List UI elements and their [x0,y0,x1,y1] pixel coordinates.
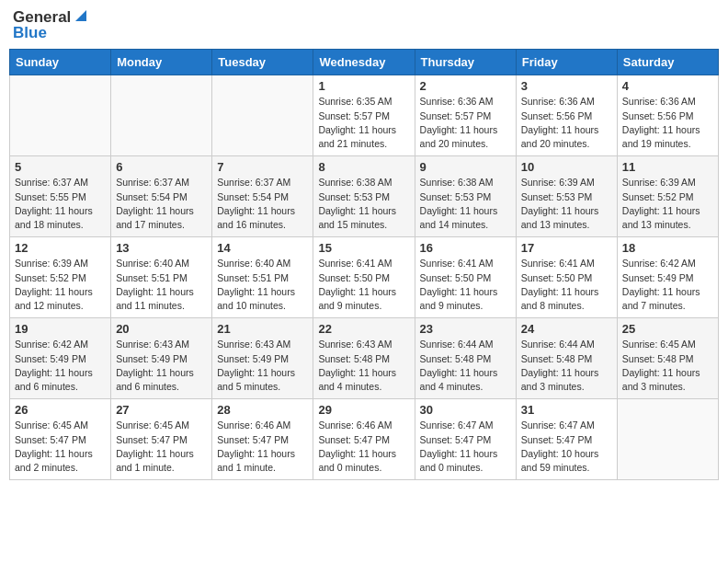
day-number: 26 [15,403,106,417]
calendar-cell: 5Sunrise: 6:37 AM Sunset: 5:55 PM Daylig… [10,156,111,237]
logo-blue: Blue [13,25,47,42]
calendar-cell: 15Sunrise: 6:41 AM Sunset: 5:50 PM Dayli… [313,237,415,318]
day-number: 10 [521,160,612,174]
day-info: Sunrise: 6:45 AM Sunset: 5:47 PM Dayligh… [15,419,106,475]
calendar-cell: 23Sunrise: 6:44 AM Sunset: 5:48 PM Dayli… [415,318,516,399]
calendar-cell: 22Sunrise: 6:43 AM Sunset: 5:48 PM Dayli… [313,318,415,399]
calendar-cell: 16Sunrise: 6:41 AM Sunset: 5:50 PM Dayli… [415,237,516,318]
day-info: Sunrise: 6:37 AM Sunset: 5:55 PM Dayligh… [15,176,106,232]
calendar-cell: 24Sunrise: 6:44 AM Sunset: 5:48 PM Dayli… [516,318,617,399]
calendar-cell: 19Sunrise: 6:42 AM Sunset: 5:49 PM Dayli… [10,318,111,399]
day-number: 15 [318,241,409,255]
calendar-week-1: 1Sunrise: 6:35 AM Sunset: 5:57 PM Daylig… [10,75,719,156]
calendar-cell [10,75,111,156]
day-number: 30 [420,403,511,417]
day-number: 13 [116,241,207,255]
day-info: Sunrise: 6:42 AM Sunset: 5:49 PM Dayligh… [622,257,713,313]
weekday-header-row: SundayMondayTuesdayWednesdayThursdayFrid… [10,50,719,75]
day-number: 11 [622,160,713,174]
calendar-cell: 18Sunrise: 6:42 AM Sunset: 5:49 PM Dayli… [617,237,718,318]
calendar-cell: 17Sunrise: 6:41 AM Sunset: 5:50 PM Dayli… [516,237,617,318]
calendar-cell [617,399,718,480]
day-info: Sunrise: 6:41 AM Sunset: 5:50 PM Dayligh… [420,257,511,313]
calendar-cell: 29Sunrise: 6:46 AM Sunset: 5:47 PM Dayli… [313,399,415,480]
day-info: Sunrise: 6:38 AM Sunset: 5:53 PM Dayligh… [420,176,511,232]
calendar-cell: 30Sunrise: 6:47 AM Sunset: 5:47 PM Dayli… [415,399,516,480]
day-number: 23 [420,322,511,336]
day-number: 25 [622,322,713,336]
day-info: Sunrise: 6:43 AM Sunset: 5:49 PM Dayligh… [217,338,308,394]
page-header: General Blue [9,9,719,41]
calendar-week-4: 19Sunrise: 6:42 AM Sunset: 5:49 PM Dayli… [10,318,719,399]
day-number: 4 [622,79,713,93]
weekday-header-friday: Friday [516,50,617,75]
day-info: Sunrise: 6:35 AM Sunset: 5:57 PM Dayligh… [318,95,409,151]
day-number: 14 [217,241,308,255]
day-number: 7 [217,160,308,174]
calendar-cell: 12Sunrise: 6:39 AM Sunset: 5:52 PM Dayli… [10,237,111,318]
day-info: Sunrise: 6:37 AM Sunset: 5:54 PM Dayligh… [217,176,308,232]
day-number: 3 [521,79,612,93]
day-number: 1 [318,79,409,93]
calendar-cell: 2Sunrise: 6:36 AM Sunset: 5:57 PM Daylig… [415,75,516,156]
day-info: Sunrise: 6:37 AM Sunset: 5:54 PM Dayligh… [116,176,207,232]
calendar-cell: 11Sunrise: 6:39 AM Sunset: 5:52 PM Dayli… [617,156,718,237]
day-number: 24 [521,322,612,336]
calendar-cell: 9Sunrise: 6:38 AM Sunset: 5:53 PM Daylig… [415,156,516,237]
calendar-cell: 4Sunrise: 6:36 AM Sunset: 5:56 PM Daylig… [617,75,718,156]
day-info: Sunrise: 6:47 AM Sunset: 5:47 PM Dayligh… [521,419,612,475]
calendar-cell: 21Sunrise: 6:43 AM Sunset: 5:49 PM Dayli… [212,318,313,399]
weekday-header-thursday: Thursday [415,50,516,75]
calendar-cell: 7Sunrise: 6:37 AM Sunset: 5:54 PM Daylig… [212,156,313,237]
day-info: Sunrise: 6:39 AM Sunset: 5:53 PM Dayligh… [521,176,612,232]
day-number: 21 [217,322,308,336]
day-number: 17 [521,241,612,255]
day-info: Sunrise: 6:45 AM Sunset: 5:47 PM Dayligh… [116,419,207,475]
day-number: 12 [15,241,106,255]
day-number: 9 [420,160,511,174]
day-info: Sunrise: 6:46 AM Sunset: 5:47 PM Dayligh… [217,419,308,475]
day-number: 5 [15,160,106,174]
day-info: Sunrise: 6:38 AM Sunset: 5:53 PM Dayligh… [318,176,409,232]
calendar-cell: 28Sunrise: 6:46 AM Sunset: 5:47 PM Dayli… [212,399,313,480]
day-info: Sunrise: 6:41 AM Sunset: 5:50 PM Dayligh… [521,257,612,313]
day-info: Sunrise: 6:43 AM Sunset: 5:48 PM Dayligh… [318,338,409,394]
day-info: Sunrise: 6:36 AM Sunset: 5:56 PM Dayligh… [521,95,612,151]
day-number: 28 [217,403,308,417]
day-number: 31 [521,403,612,417]
weekday-header-tuesday: Tuesday [212,50,313,75]
day-info: Sunrise: 6:39 AM Sunset: 5:52 PM Dayligh… [15,257,106,313]
calendar-cell [111,75,212,156]
day-info: Sunrise: 6:43 AM Sunset: 5:49 PM Dayligh… [116,338,207,394]
calendar-cell: 8Sunrise: 6:38 AM Sunset: 5:53 PM Daylig… [313,156,415,237]
day-info: Sunrise: 6:42 AM Sunset: 5:49 PM Dayligh… [15,338,106,394]
day-info: Sunrise: 6:47 AM Sunset: 5:47 PM Dayligh… [420,419,511,475]
calendar-week-3: 12Sunrise: 6:39 AM Sunset: 5:52 PM Dayli… [10,237,719,318]
day-number: 8 [318,160,409,174]
calendar-week-5: 26Sunrise: 6:45 AM Sunset: 5:47 PM Dayli… [10,399,719,480]
day-info: Sunrise: 6:40 AM Sunset: 5:51 PM Dayligh… [116,257,207,313]
calendar-cell: 1Sunrise: 6:35 AM Sunset: 5:57 PM Daylig… [313,75,415,156]
day-info: Sunrise: 6:45 AM Sunset: 5:48 PM Dayligh… [622,338,713,394]
weekday-header-wednesday: Wednesday [313,50,415,75]
day-info: Sunrise: 6:41 AM Sunset: 5:50 PM Dayligh… [318,257,409,313]
calendar-cell: 20Sunrise: 6:43 AM Sunset: 5:49 PM Dayli… [111,318,212,399]
day-number: 22 [318,322,409,336]
day-info: Sunrise: 6:40 AM Sunset: 5:51 PM Dayligh… [217,257,308,313]
calendar-cell: 31Sunrise: 6:47 AM Sunset: 5:47 PM Dayli… [516,399,617,480]
day-info: Sunrise: 6:36 AM Sunset: 5:56 PM Dayligh… [622,95,713,151]
logo-arrow-icon [72,6,90,25]
day-number: 27 [116,403,207,417]
calendar-cell: 27Sunrise: 6:45 AM Sunset: 5:47 PM Dayli… [111,399,212,480]
day-number: 18 [622,241,713,255]
calendar-cell: 3Sunrise: 6:36 AM Sunset: 5:56 PM Daylig… [516,75,617,156]
day-info: Sunrise: 6:39 AM Sunset: 5:52 PM Dayligh… [622,176,713,232]
weekday-header-saturday: Saturday [617,50,718,75]
calendar-cell: 14Sunrise: 6:40 AM Sunset: 5:51 PM Dayli… [212,237,313,318]
day-number: 2 [420,79,511,93]
calendar-cell: 13Sunrise: 6:40 AM Sunset: 5:51 PM Dayli… [111,237,212,318]
day-info: Sunrise: 6:46 AM Sunset: 5:47 PM Dayligh… [318,419,409,475]
day-number: 20 [116,322,207,336]
day-info: Sunrise: 6:44 AM Sunset: 5:48 PM Dayligh… [521,338,612,394]
svg-marker-0 [75,10,86,21]
